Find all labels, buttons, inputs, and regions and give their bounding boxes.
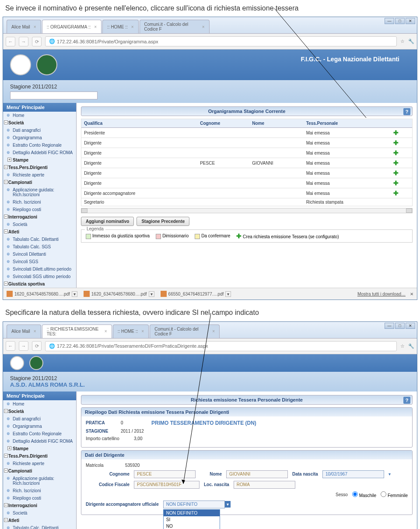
close-icon[interactable]: × bbox=[131, 25, 134, 29]
close-icon[interactable]: × bbox=[202, 25, 205, 29]
tab-comuni[interactable]: Comuni.it - Calcolo del Codice F× bbox=[140, 20, 210, 33]
menu-societa[interactable]: −Società bbox=[3, 119, 76, 127]
nome-field[interactable] bbox=[226, 470, 288, 478]
tab-richiesta[interactable]: :: RICHIESTA EMISSIONE TES:× bbox=[42, 324, 112, 338]
menu-svsgs[interactable]: ⊕Svincoli SGS bbox=[3, 258, 76, 265]
table-row[interactable]: MassaggiatoreMai emessa✚ bbox=[81, 206, 412, 207]
tab-alice-mail[interactable]: Alice Mail× bbox=[7, 324, 41, 338]
star-icon[interactable]: ☆ bbox=[400, 343, 405, 349]
menu-home[interactable]: ⊕Home bbox=[3, 400, 76, 408]
close-button[interactable]: ✕ bbox=[406, 323, 415, 329]
plus-icon[interactable]: ✚ bbox=[393, 169, 399, 176]
menu-anagrafici[interactable]: ⊕Dati anagrafici bbox=[3, 127, 76, 134]
close-icon[interactable]: × bbox=[94, 25, 97, 29]
menu-giustizia[interactable]: −Giustizia sportiva bbox=[3, 280, 76, 288]
reload-button[interactable]: ⟳ bbox=[32, 37, 42, 46]
dd-option[interactable]: SI bbox=[164, 516, 220, 523]
tab-home[interactable]: :: HOME ::× bbox=[113, 324, 149, 338]
loc-field[interactable] bbox=[234, 481, 295, 489]
tab-organigramma[interactable]: :: ORGANIGRAMMA ::× bbox=[42, 20, 102, 33]
tab-comuni[interactable]: Comuni.it - Calcolo del Codice F× bbox=[150, 324, 220, 338]
menu-estratto[interactable]: ⊕Estratto Conto Regionale bbox=[3, 141, 76, 149]
cognome-field[interactable] bbox=[134, 470, 196, 478]
download-item[interactable]: 66550_634764812977….pdf▾ bbox=[161, 291, 231, 297]
menu-richiscr[interactable]: ⊕Rich. Iscrizioni bbox=[3, 198, 76, 206]
minimize-button[interactable]: — bbox=[385, 323, 394, 329]
chevron-down-icon[interactable]: ▾ bbox=[225, 291, 231, 297]
menu-societa[interactable]: −Società bbox=[3, 408, 76, 415]
plus-icon[interactable]: ✚ bbox=[393, 149, 399, 156]
horizontal-scrollbar[interactable] bbox=[81, 208, 413, 213]
plus-icon[interactable]: ✚ bbox=[393, 159, 399, 166]
help-icon[interactable]: ? bbox=[403, 108, 410, 115]
menu-appguidata[interactable]: ⊕Applicazione guidata: Rich.Iscrizioni bbox=[3, 186, 76, 198]
url-bar[interactable]: 🌐172.22.46.36:8081/Private/TesseramentoD… bbox=[45, 341, 397, 351]
table-row[interactable]: Dirigente accompagnatoreMai emessa✚ bbox=[81, 188, 412, 198]
reload-button[interactable]: ⟳ bbox=[32, 341, 42, 351]
menu-interrog[interactable]: −Interrogazioni bbox=[3, 213, 76, 221]
menu-svsgsult[interactable]: ⊕Svincolati SGS ultimo periodo bbox=[3, 273, 76, 280]
back-button[interactable]: ← bbox=[6, 341, 15, 351]
forward-button[interactable]: → bbox=[19, 341, 28, 351]
table-row[interactable]: DirigenteMai emessa✚ bbox=[81, 178, 412, 188]
tab-home[interactable]: :: HOME ::× bbox=[102, 20, 139, 33]
maximize-button[interactable]: □ bbox=[395, 323, 405, 329]
dd-option[interactable]: NO bbox=[164, 523, 220, 529]
menu-svdil[interactable]: ⊕Svincoli Dilettanti bbox=[3, 250, 76, 258]
menu-tabsgs[interactable]: ⊕Tabulato Calc. SGS bbox=[3, 243, 76, 250]
col-tess[interactable]: Tess.Personale bbox=[304, 119, 391, 128]
download-item[interactable]: 1620_6347648578680….pdf▾ bbox=[7, 291, 77, 297]
plus-icon[interactable]: ✚ bbox=[393, 180, 399, 187]
table-row[interactable]: PresidenteMai emessa✚ bbox=[81, 128, 412, 138]
menu-dettaglio[interactable]: ⊕Dettaglio Addebiti FIGC ROMA bbox=[3, 149, 76, 156]
menu-campionati[interactable]: −Campionati bbox=[3, 179, 76, 186]
calendar-icon[interactable]: ▾ bbox=[388, 472, 391, 476]
menu-home[interactable]: ⊕Home bbox=[3, 112, 76, 119]
stagione-prec-button[interactable]: Stagione Precedente bbox=[136, 217, 189, 226]
wrench-icon[interactable]: 🔧 bbox=[408, 343, 414, 349]
forward-button[interactable]: → bbox=[19, 37, 28, 46]
menu-tabdil[interactable]: ⊕Tabulato Calc. Dilettanti bbox=[3, 236, 76, 243]
sesso-m-radio[interactable]: Maschile bbox=[352, 491, 376, 498]
data-nascita-field[interactable] bbox=[322, 470, 384, 478]
table-row[interactable]: DirigenteMai emessa✚ bbox=[81, 148, 412, 158]
menu-richieste[interactable]: ⊕Richieste aperte bbox=[3, 171, 76, 179]
menu-atleti[interactable]: −Atleti bbox=[3, 228, 76, 236]
col-qualifica[interactable]: Qualifica bbox=[81, 119, 197, 128]
table-row[interactable]: DirigenteMai emessa✚ bbox=[81, 168, 412, 178]
close-button[interactable]: ✕ bbox=[406, 18, 415, 24]
table-row[interactable]: SegretarioRichiesta stampata bbox=[81, 198, 412, 206]
plus-icon[interactable]: ✚ bbox=[393, 129, 399, 136]
col-nome[interactable]: Nome bbox=[249, 119, 303, 128]
show-all-downloads-link[interactable]: Mostra tutti i download… bbox=[357, 292, 406, 296]
close-bar-icon[interactable]: ✕ bbox=[410, 292, 413, 296]
add-nominativo-button[interactable]: Aggiungi nominativo bbox=[81, 217, 134, 226]
accomp-dropdown[interactable]: ▾ NON DEFINITO SI NO bbox=[163, 501, 231, 508]
cf-field[interactable] bbox=[134, 481, 200, 489]
tab-alice-mail[interactable]: Alice Mail× bbox=[7, 20, 41, 33]
menu-tess[interactable]: −Tess.Pers.Dirigenti bbox=[3, 164, 76, 171]
close-icon[interactable]: × bbox=[34, 25, 36, 29]
dd-option[interactable]: NON DEFINITO bbox=[164, 510, 220, 516]
chevron-down-icon[interactable]: ▾ bbox=[149, 291, 154, 297]
maximize-button[interactable]: □ bbox=[395, 18, 405, 24]
chevron-down-icon[interactable]: ▾ bbox=[72, 291, 77, 297]
minimize-button[interactable]: — bbox=[385, 18, 394, 24]
table-row[interactable]: DirigenteMai emessa✚ bbox=[81, 138, 412, 148]
menu-stampe[interactable]: +Stampe bbox=[3, 156, 76, 164]
back-button[interactable]: ← bbox=[6, 37, 15, 46]
menu-svdilult[interactable]: ⊕Svincolati Dilett.ultimo periodo bbox=[3, 265, 76, 273]
menu-organigramma[interactable]: ⊕Organigramma bbox=[3, 134, 76, 141]
star-icon[interactable]: ☆ bbox=[400, 39, 405, 44]
url-bar[interactable]: 🌐172.22.46.36:8081/Private/Organigramma.… bbox=[45, 36, 397, 46]
menu-riepilogo[interactable]: ⊕Riepilogo costi bbox=[3, 206, 76, 213]
sesso-f-radio[interactable]: Femminile bbox=[381, 491, 408, 498]
wrench-icon[interactable]: 🔧 bbox=[408, 39, 414, 44]
plus-icon[interactable]: ✚ bbox=[393, 190, 399, 197]
table-row[interactable]: DirigentePESCEGIOVANNIMai emessa✚ bbox=[81, 158, 412, 168]
menu-socinq[interactable]: ⊕Società bbox=[3, 221, 76, 228]
help-icon[interactable]: ? bbox=[403, 397, 410, 404]
download-item[interactable]: 1620_6347648578680….pdf▾ bbox=[84, 291, 154, 297]
plus-icon[interactable]: ✚ bbox=[393, 139, 399, 146]
col-cognome[interactable]: Cognome bbox=[197, 119, 249, 128]
